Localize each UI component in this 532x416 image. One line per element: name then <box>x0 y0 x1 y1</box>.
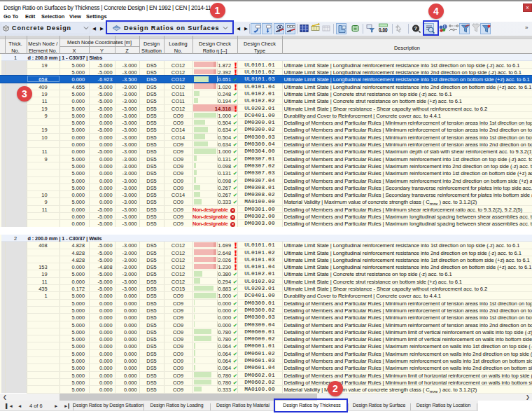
svg-text:0.00: 0.00 <box>379 27 388 32</box>
svg-text:?: ? <box>414 25 418 32</box>
svg-text:!: ! <box>444 25 445 29</box>
